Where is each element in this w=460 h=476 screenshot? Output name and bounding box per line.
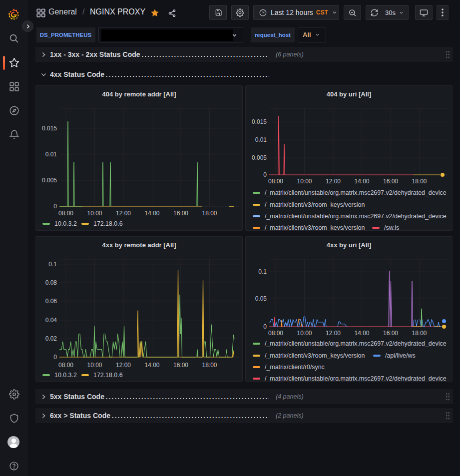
svg-text:12:00: 12:00 [326, 330, 341, 337]
svg-text:08:00: 08:00 [58, 362, 73, 369]
svg-text:10:00: 10:00 [87, 362, 102, 369]
svg-text:0.1: 0.1 [258, 268, 267, 275]
svg-text:16:00: 16:00 [383, 330, 398, 337]
svg-text:/_matrix/client/unstable/org.m: /_matrix/client/unstable/org.matrix.msc2… [265, 375, 447, 382]
svg-text:16:00: 16:00 [383, 178, 398, 185]
svg-text:0.05: 0.05 [255, 295, 267, 302]
svg-text:/_matrix/client/unstable/org.m: /_matrix/client/unstable/org.matrix.msc2… [265, 213, 447, 220]
svg-text:10:00: 10:00 [297, 330, 312, 337]
svg-text:10:00: 10:00 [297, 178, 312, 185]
svg-text:08:00: 08:00 [268, 330, 283, 337]
svg-text:/_matrix/client/unstable/org.m: /_matrix/client/unstable/org.matrix.msc2… [265, 340, 447, 347]
svg-text:0: 0 [53, 203, 57, 210]
svg-text:0: 0 [263, 171, 267, 178]
svg-text:12:00: 12:00 [116, 210, 131, 217]
svg-text:172.18.0.6: 172.18.0.6 [93, 220, 123, 227]
svg-text:08:00: 08:00 [268, 178, 283, 185]
svg-text:0.015: 0.015 [42, 125, 57, 132]
svg-text:0: 0 [53, 354, 57, 361]
svg-text:/_matrix/client/r0/sync: /_matrix/client/r0/sync [265, 364, 325, 371]
svg-text:/_matrix/client/v3/room_keys/v: /_matrix/client/v3/room_keys/version [265, 224, 365, 231]
svg-text:172.18.0.6: 172.18.0.6 [93, 372, 123, 379]
svg-text:0.08: 0.08 [45, 279, 57, 286]
svg-text:/_matrix/client/v3/room_keys/v: /_matrix/client/v3/room_keys/version [265, 352, 365, 359]
svg-text:10.0.3.2: 10.0.3.2 [54, 372, 77, 379]
svg-text:10:00: 10:00 [87, 210, 102, 217]
svg-text:18:00: 18:00 [202, 210, 217, 217]
svg-text:/sw.js: /sw.js [384, 224, 399, 231]
svg-text:16:00: 16:00 [173, 210, 188, 217]
svg-text:10.0.3.2: 10.0.3.2 [54, 220, 77, 227]
svg-text:0.015: 0.015 [252, 118, 267, 125]
svg-text:0.005: 0.005 [252, 154, 267, 161]
svg-text:12:00: 12:00 [326, 178, 341, 185]
svg-text:18:00: 18:00 [412, 330, 427, 337]
svg-text:0.06: 0.06 [45, 298, 57, 305]
svg-text:12:00: 12:00 [116, 362, 131, 369]
svg-text:16:00: 16:00 [173, 362, 188, 369]
svg-text:18:00: 18:00 [202, 362, 217, 369]
svg-text:0.02: 0.02 [45, 335, 57, 342]
svg-text:0.005: 0.005 [42, 177, 57, 184]
svg-text:14:00: 14:00 [354, 330, 369, 337]
svg-text:/_matrix/client/v3/room_keys/v: /_matrix/client/v3/room_keys/version [265, 201, 365, 208]
svg-text:0.04: 0.04 [45, 317, 57, 324]
svg-text:08:00: 08:00 [58, 210, 73, 217]
svg-text:14:00: 14:00 [144, 210, 159, 217]
svg-text:18:00: 18:00 [412, 178, 427, 185]
svg-text:/api/live/ws: /api/live/ws [385, 352, 416, 359]
svg-text:14:00: 14:00 [354, 178, 369, 185]
svg-text:0: 0 [263, 323, 267, 330]
svg-text:0.1: 0.1 [48, 261, 57, 268]
svg-text:14:00: 14:00 [144, 362, 159, 369]
svg-text:0.01: 0.01 [255, 136, 267, 143]
svg-text:0.01: 0.01 [45, 151, 57, 158]
svg-text:/_matrix/client/unstable/org.m: /_matrix/client/unstable/org.matrix.msc2… [265, 189, 447, 196]
